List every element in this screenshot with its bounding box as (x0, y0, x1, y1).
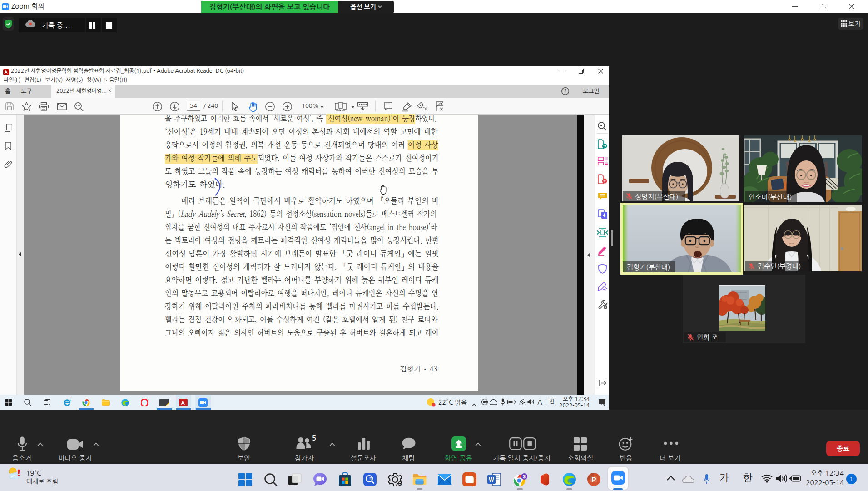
svg-text:?: ? (564, 89, 567, 94)
svg-text:$: $ (523, 474, 526, 479)
svg-text:P: P (591, 476, 596, 483)
svg-text:S: S (398, 480, 402, 487)
